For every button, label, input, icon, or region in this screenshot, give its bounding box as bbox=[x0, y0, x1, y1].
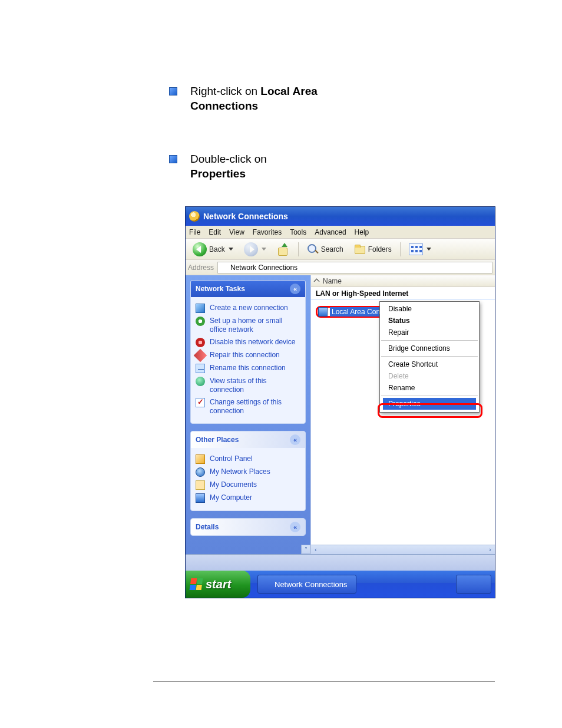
details-panel: Details « bbox=[190, 518, 306, 536]
app-icon bbox=[262, 579, 271, 589]
task-label: Change settings of this connection bbox=[210, 398, 300, 416]
menu-view[interactable]: View bbox=[229, 228, 244, 236]
up-button[interactable] bbox=[273, 242, 293, 257]
ctx-repair[interactable]: Repair bbox=[380, 327, 479, 338]
address-label: Address bbox=[188, 263, 214, 272]
bullet-icon bbox=[169, 155, 177, 163]
scroll-right-icon[interactable]: › bbox=[485, 546, 495, 553]
address-field[interactable]: Network Connections bbox=[217, 262, 492, 274]
folder-up-icon bbox=[277, 243, 290, 256]
search-button[interactable]: Search bbox=[303, 242, 347, 256]
back-label: Back bbox=[209, 245, 225, 253]
back-icon bbox=[193, 242, 207, 256]
title-bar[interactable]: Network Connections bbox=[186, 207, 495, 226]
task-label: Disable this network device bbox=[210, 338, 295, 347]
menu-favorites[interactable]: Favorites bbox=[253, 228, 282, 236]
instruction-bold: Properties bbox=[190, 167, 246, 180]
panel-title: Details bbox=[196, 523, 219, 531]
footer-rule bbox=[153, 681, 495, 681]
disable-icon bbox=[196, 338, 205, 347]
task-setup-network[interactable]: Set up a home or small office network bbox=[196, 315, 300, 336]
window-title: Network Connections bbox=[203, 212, 288, 221]
ctx-create-shortcut[interactable]: Create Shortcut bbox=[380, 358, 479, 370]
folders-button[interactable]: Folders bbox=[351, 242, 395, 256]
chevron-down-icon bbox=[229, 248, 233, 251]
group-header-lan: LAN or High-Speed Internet bbox=[311, 287, 495, 299]
expand-icon[interactable]: « bbox=[290, 522, 300, 532]
place-label: Control Panel bbox=[210, 454, 253, 463]
task-label: View status of this connection bbox=[210, 377, 300, 394]
windows-logo-icon bbox=[190, 578, 203, 590]
task-label: Rename this connection bbox=[210, 364, 286, 373]
place-my-documents[interactable]: My Documents bbox=[196, 479, 300, 492]
local-area-connection-item[interactable]: Local Area Con bbox=[316, 306, 385, 318]
column-label: Name bbox=[323, 277, 342, 285]
menu-edit[interactable]: Edit bbox=[209, 228, 221, 236]
place-label: My Network Places bbox=[210, 467, 270, 476]
menu-tools[interactable]: Tools bbox=[290, 228, 306, 236]
panel-title: Other Places bbox=[196, 436, 239, 444]
place-network-places[interactable]: My Network Places bbox=[196, 466, 300, 479]
ctx-separator bbox=[381, 396, 478, 396]
taskbar-button-label: Network Connections bbox=[275, 580, 348, 589]
ctx-disable[interactable]: Disable bbox=[380, 303, 479, 315]
column-header-name[interactable]: Name bbox=[311, 275, 495, 287]
toolbar-separator bbox=[298, 242, 299, 256]
task-repair-connection[interactable]: Repair this connection bbox=[196, 349, 300, 362]
chevron-down-icon bbox=[427, 248, 431, 251]
system-tray[interactable] bbox=[456, 575, 491, 594]
task-create-connection[interactable]: Create a new connection bbox=[196, 302, 300, 315]
folders-label: Folders bbox=[368, 245, 392, 253]
instruction-text: Right-click on bbox=[190, 85, 260, 97]
place-label: My Documents bbox=[210, 480, 257, 489]
taskbar-button-network[interactable]: Network Connections bbox=[257, 575, 356, 594]
scroll-down-button[interactable]: ˅ bbox=[301, 545, 310, 554]
network-connection-icon bbox=[318, 307, 328, 317]
panel-header-other[interactable]: Other Places « bbox=[191, 431, 305, 448]
address-icon bbox=[220, 263, 228, 272]
computer-icon bbox=[196, 493, 205, 503]
place-control-panel[interactable]: Control Panel bbox=[196, 453, 300, 466]
task-view-status[interactable]: View status of this connection bbox=[196, 375, 300, 396]
search-label: Search bbox=[321, 245, 343, 253]
ctx-bridge[interactable]: Bridge Connections bbox=[380, 342, 479, 354]
home-network-icon bbox=[196, 317, 205, 326]
collapse-icon[interactable]: « bbox=[290, 434, 300, 445]
task-label: Repair this connection bbox=[210, 351, 280, 360]
task-label: Set up a home or small office network bbox=[210, 317, 300, 334]
menu-file[interactable]: File bbox=[189, 228, 200, 236]
ctx-status[interactable]: Status bbox=[380, 315, 479, 327]
taskbar: start Network Connections bbox=[186, 571, 495, 598]
menu-help[interactable]: Help bbox=[355, 228, 369, 236]
start-button[interactable]: start bbox=[186, 571, 250, 598]
task-change-settings[interactable]: Change settings of this connection bbox=[196, 396, 300, 417]
status-bar bbox=[186, 554, 495, 571]
other-places-panel: Other Places « Control Panel My Network … bbox=[190, 431, 306, 511]
views-button[interactable] bbox=[405, 242, 435, 256]
place-label: My Computer bbox=[210, 493, 252, 502]
scroll-left-icon[interactable]: ‹ bbox=[311, 546, 320, 553]
network-connections-window: Network Connections File Edit View Favor… bbox=[185, 206, 495, 598]
repair-icon bbox=[194, 349, 207, 363]
views-icon bbox=[409, 243, 423, 255]
horizontal-scrollbar[interactable]: ‹ › bbox=[311, 545, 495, 554]
highlight-ring bbox=[378, 403, 482, 418]
back-button[interactable]: Back bbox=[189, 241, 237, 258]
forward-button[interactable] bbox=[240, 241, 270, 258]
menu-advanced[interactable]: Advanced bbox=[315, 228, 346, 236]
panel-header-tasks[interactable]: Network Tasks « bbox=[191, 281, 305, 297]
panel-title: Network Tasks bbox=[196, 285, 245, 293]
chevron-down-icon bbox=[262, 248, 266, 251]
task-rename-connection[interactable]: Rename this connection bbox=[196, 362, 300, 375]
side-pane: Network Tasks « Create a new connection … bbox=[186, 275, 310, 554]
instruction-text: Double-click on bbox=[190, 153, 267, 165]
task-disable-device[interactable]: Disable this network device bbox=[196, 336, 300, 349]
network-places-icon bbox=[196, 467, 205, 477]
place-my-computer[interactable]: My Computer bbox=[196, 492, 300, 505]
group-label: LAN or High-Speed Internet bbox=[316, 289, 408, 298]
item-label: Local Area Con bbox=[330, 307, 382, 317]
panel-header-details[interactable]: Details « bbox=[191, 519, 305, 535]
task-label: Create a new connection bbox=[210, 304, 288, 312]
ctx-rename[interactable]: Rename bbox=[380, 382, 479, 394]
collapse-icon[interactable]: « bbox=[290, 284, 300, 294]
